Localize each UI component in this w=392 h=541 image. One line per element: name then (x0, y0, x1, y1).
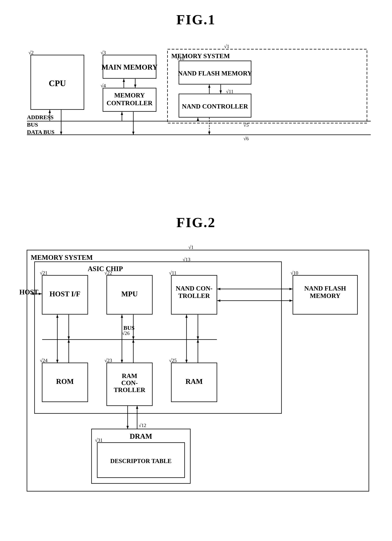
svg-text:HOST I/F: HOST I/F (49, 290, 80, 298)
svg-text:NAND CONTROLLER: NAND CONTROLLER (182, 103, 248, 110)
svg-text:NAND CON-: NAND CON- (176, 285, 212, 292)
svg-marker-80 (132, 336, 134, 339)
svg-text:√23: √23 (104, 358, 112, 363)
svg-marker-89 (217, 299, 220, 302)
svg-text:MEMORY: MEMORY (310, 292, 340, 299)
svg-text:√10: √10 (176, 56, 184, 61)
svg-rect-3 (103, 55, 156, 78)
svg-text:RAM: RAM (122, 372, 137, 380)
svg-marker-84 (197, 336, 199, 339)
svg-text:√1: √1 (224, 44, 229, 49)
svg-text:√3: √3 (101, 50, 106, 55)
svg-text:√6: √6 (243, 136, 249, 141)
svg-text:BUS: BUS (124, 325, 134, 331)
svg-text:MEMORY: MEMORY (114, 92, 145, 99)
svg-text:CONTROLLER: CONTROLLER (107, 99, 153, 107)
svg-text:√5: √5 (243, 122, 249, 128)
svg-text:BUS: BUS (27, 122, 38, 128)
svg-text:NAND FLASH: NAND FLASH (304, 285, 346, 292)
svg-text:TROLLER: TROLLER (114, 386, 145, 393)
svg-text:ASIC CHIP: ASIC CHIP (88, 265, 123, 273)
svg-rect-49 (35, 262, 282, 413)
svg-marker-24 (123, 79, 125, 82)
svg-marker-22 (220, 90, 222, 94)
svg-text:CPU: CPU (49, 78, 66, 88)
svg-rect-62 (293, 275, 357, 314)
svg-marker-111 (185, 360, 188, 363)
svg-text:DRAM: DRAM (130, 432, 152, 440)
svg-text:MAIN MEMORY: MAIN MEMORY (102, 63, 158, 71)
svg-rect-91 (42, 363, 88, 402)
svg-marker-45 (208, 132, 211, 135)
svg-rect-107 (171, 363, 217, 402)
svg-text:√1: √1 (188, 244, 194, 250)
svg-marker-68 (31, 293, 34, 295)
svg-text:TROLLER: TROLLER (178, 292, 210, 299)
svg-marker-117 (136, 406, 138, 409)
svg-marker-97 (68, 339, 70, 343)
svg-text:√31: √31 (95, 437, 103, 443)
svg-marker-78 (121, 315, 123, 318)
svg-rect-119 (92, 429, 190, 484)
svg-text:√25: √25 (169, 358, 176, 363)
svg-marker-39 (121, 112, 123, 115)
fig2-container: MEMORY SYSTEM √1 ASIC CHIP √13 HOST I/F … (15, 242, 377, 495)
svg-rect-55 (107, 275, 152, 314)
svg-rect-13 (179, 61, 251, 84)
svg-rect-0 (31, 55, 84, 109)
svg-text:CON-: CON- (121, 379, 138, 386)
svg-marker-86 (217, 288, 220, 290)
svg-text:√22: √22 (104, 270, 112, 276)
svg-text:√12: √12 (139, 423, 146, 428)
svg-marker-106 (132, 339, 134, 343)
svg-rect-52 (42, 275, 88, 314)
svg-text:ROM: ROM (56, 377, 74, 385)
svg-rect-10 (167, 49, 367, 123)
svg-rect-58 (171, 275, 217, 314)
svg-rect-16 (179, 94, 251, 117)
svg-marker-87 (289, 288, 293, 290)
fig1-container: CPU √2 MAIN MEMORY √3 MEMORY CONTROLLER … (15, 39, 377, 191)
svg-text:√4: √4 (101, 83, 106, 88)
svg-marker-43 (197, 118, 199, 121)
svg-text:√11: √11 (169, 270, 176, 276)
svg-marker-90 (289, 299, 293, 302)
svg-marker-69 (39, 293, 42, 295)
svg-text:MEMORY SYSTEM: MEMORY SYSTEM (31, 254, 93, 261)
svg-marker-115 (126, 426, 129, 429)
svg-text:√21: √21 (40, 270, 47, 276)
svg-text:MPU: MPU (121, 290, 138, 298)
svg-marker-37 (60, 132, 62, 135)
svg-rect-46 (27, 250, 369, 491)
svg-rect-6 (103, 88, 156, 111)
svg-marker-82 (185, 315, 188, 318)
svg-text:HOST: HOST (20, 288, 38, 296)
svg-marker-104 (121, 360, 123, 363)
svg-text:√13: √13 (183, 257, 190, 262)
svg-text:√11: √11 (226, 89, 233, 94)
svg-text:ADDRESS: ADDRESS (27, 114, 54, 120)
svg-marker-20 (208, 85, 211, 88)
svg-text:NAND FLASH MEMORY: NAND FLASH MEMORY (178, 70, 252, 77)
svg-text:DATA BUS: DATA BUS (27, 129, 54, 135)
svg-marker-113 (197, 339, 199, 343)
svg-text:√24: √24 (40, 358, 47, 363)
svg-text:RAM: RAM (186, 377, 203, 385)
svg-text:MEMORY SYSTEM: MEMORY SYSTEM (171, 52, 230, 59)
svg-text:√2: √2 (28, 50, 34, 55)
fig1-title: FIG.1 (15, 12, 377, 28)
svg-marker-26 (134, 85, 136, 88)
svg-marker-41 (132, 132, 134, 135)
svg-marker-76 (68, 336, 70, 339)
svg-text:√10: √10 (290, 270, 298, 276)
svg-rect-121 (97, 442, 185, 478)
svg-marker-95 (56, 360, 58, 363)
svg-rect-98 (107, 363, 152, 406)
fig2-title: FIG.2 (15, 214, 377, 231)
svg-text:DESCRIPTOR TABLE: DESCRIPTOR TABLE (110, 458, 171, 464)
svg-marker-74 (56, 315, 58, 318)
svg-text:√26: √26 (122, 330, 129, 336)
svg-marker-35 (49, 110, 51, 113)
